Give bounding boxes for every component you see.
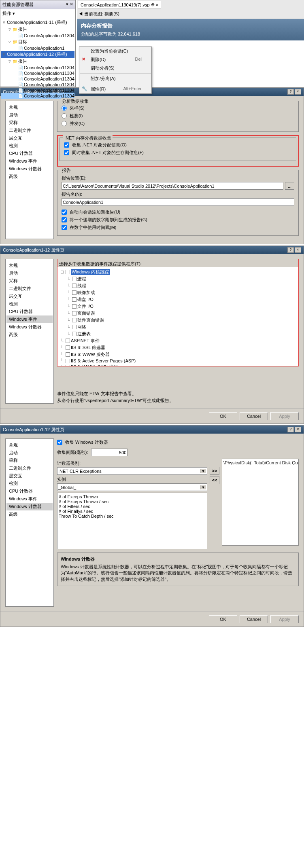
tree-item[interactable]: ▿目标	[1, 38, 74, 45]
menu-item[interactable]: 启动分析(S)	[79, 64, 151, 72]
event-tree-item[interactable]: └IIS 6: SSL 筛选器	[59, 344, 297, 351]
event-tree-item[interactable]: └磁盘 I/O	[59, 296, 297, 303]
tree-item[interactable]: ConsoleApplication113041	[1, 65, 74, 70]
radio-concurrency[interactable]	[62, 121, 67, 126]
context-menu[interactable]: 设置为当前会话(C)✕删除(D)Del启动分析(S)附加/分离(A)🔧属性(R)…	[79, 47, 152, 94]
ops-menu[interactable]: 操作 ▾	[0, 9, 75, 18]
document-tab[interactable]: ConsoleApplication1130419(7).vsp ⊕ ×	[78, 1, 161, 8]
event-tree-item[interactable]: └IIS 6: WWW ISAPI 扩展	[59, 364, 297, 366]
list-item[interactable]: \PhysicalDisk(_Total)\Current Disk Queue…	[223, 460, 297, 465]
help-button[interactable]: ?	[287, 89, 294, 95]
report-name-input[interactable]	[62, 198, 294, 206]
list-item[interactable]: # of Finallys / sec	[59, 509, 206, 514]
nav-item[interactable]: 启动	[6, 111, 53, 119]
nav-item[interactable]: 高级	[6, 173, 53, 180]
event-tree-item[interactable]: └注册表	[59, 330, 297, 337]
menu-item[interactable]: 🔧属性(R)Alt+Enter	[79, 85, 151, 93]
nav-item[interactable]: 层交互	[6, 292, 53, 300]
pin-icon[interactable]: ▾ ✕	[66, 2, 73, 8]
view-selector[interactable]: ◀ 当前视图: 摘要(S)	[77, 9, 304, 19]
selected-counters-list[interactable]: \PhysicalDisk(_Total)\Current Disk Queue…	[222, 459, 299, 546]
tree-item[interactable]: ▿ConsoleApplication1-11 (采样)	[1, 19, 74, 26]
remove-counter-button[interactable]: <<	[210, 476, 219, 484]
event-tree-item[interactable]: └网络	[59, 324, 297, 330]
nav-list[interactable]: 常规启动采样二进制文件层交互检测CPU 计数器Windows 事件Windows…	[5, 259, 54, 404]
add-counter-button[interactable]: >>	[210, 467, 219, 475]
list-item[interactable]: # of Filters / sec	[59, 504, 206, 509]
check-timestamp[interactable]	[62, 225, 67, 230]
nav-item[interactable]: 二进制文件	[6, 285, 53, 292]
instance-combo[interactable]: _Global_▼	[57, 483, 207, 491]
event-tree-item[interactable]: └线程	[59, 282, 297, 289]
check-increment[interactable]	[62, 217, 67, 222]
check-collect-counters[interactable]	[57, 440, 62, 445]
nav-item[interactable]: 常规	[6, 262, 53, 269]
nav-item[interactable]: 启动	[6, 449, 53, 457]
event-tree[interactable]: ⊟Windows 内核跟踪└进程└线程└映像加载└磁盘 I/O└文件 I/O└页…	[57, 267, 298, 366]
event-tree-item[interactable]: └文件 I/O	[59, 303, 297, 310]
event-tree-item[interactable]: └IIS 6: WWW 服务器	[59, 351, 297, 358]
nav-item[interactable]: CPU 计数器	[6, 150, 53, 157]
menu-item[interactable]: ✕删除(D)Del	[79, 55, 151, 64]
tree-item[interactable]: ConsoleApplication113041	[1, 87, 74, 93]
list-item[interactable]: # of Exceps Thrown / sec	[59, 499, 206, 504]
nav-item[interactable]: Windows 事件	[6, 495, 53, 503]
tree-item[interactable]: ConsoleApplication1	[1, 45, 74, 51]
menu-item[interactable]: 附加/分离(A)	[79, 74, 151, 83]
explorer-tree[interactable]: ▿ConsoleApplication1-11 (采样)▿报告ConsoleAp…	[0, 18, 75, 100]
event-tree-item[interactable]: └ASP.NET 事件	[59, 337, 297, 344]
tree-item[interactable]: ▿报告	[1, 26, 74, 33]
nav-list[interactable]: 常规启动采样二进制文件层交互检测CPU 计数器Windows 事件Windows…	[5, 101, 54, 239]
nav-item[interactable]: 层交互	[6, 472, 53, 480]
nav-item[interactable]: 常规	[6, 441, 53, 449]
nav-item[interactable]: 检测	[6, 300, 53, 308]
ok-button[interactable]: OK	[209, 412, 237, 420]
cancel-button[interactable]: Cancel	[240, 615, 268, 623]
list-item[interactable]: Throw To Catch Depth / sec	[59, 514, 206, 519]
category-combo[interactable]: .NET CLR Exceptions▼	[57, 467, 207, 475]
nav-item[interactable]: Windows 计数器	[6, 323, 53, 331]
event-tree-item[interactable]: └IIS 6: Active Server Pages (ASP)	[59, 358, 297, 364]
nav-item[interactable]: 检测	[6, 142, 53, 150]
close-button[interactable]: ×	[295, 89, 301, 95]
apply-button[interactable]: Apply	[270, 412, 299, 420]
check-auto-add[interactable]	[62, 210, 67, 215]
help-button[interactable]: ?	[287, 427, 294, 432]
report-location-input[interactable]	[62, 182, 283, 190]
counters-list[interactable]: # of Exceps Thrown# of Exceps Thrown / s…	[57, 493, 207, 549]
event-tree-item[interactable]: └页面错误	[59, 310, 297, 317]
radio-instrument[interactable]	[62, 113, 67, 119]
tree-item[interactable]: ▿报告	[1, 58, 74, 65]
tree-item[interactable]: ConsoleApplication113041	[1, 76, 74, 82]
nav-item[interactable]: CPU 计数器	[6, 487, 53, 495]
apply-button[interactable]: Apply	[270, 615, 299, 623]
tree-item[interactable]: ConsoleApplication113041	[1, 70, 74, 76]
tree-item[interactable]: ConsoleApplication1130419.vsp	[1, 33, 74, 38]
nav-item[interactable]: 二进制文件	[6, 127, 53, 134]
nav-item[interactable]: Windows 计数器	[6, 503, 53, 510]
nav-item[interactable]: 高级	[6, 510, 53, 518]
nav-item[interactable]: 采样	[6, 457, 53, 464]
nav-item[interactable]: Windows 事件	[6, 157, 53, 165]
nav-item[interactable]: Windows 计数器	[6, 165, 53, 173]
tree-item[interactable]: ConsoleApplication1130419(7).vs	[1, 93, 74, 99]
event-tree-item[interactable]: └映像加载	[59, 289, 297, 296]
nav-item[interactable]: 检测	[6, 480, 53, 487]
help-button[interactable]: ?	[287, 247, 294, 253]
check-alloc[interactable]	[64, 142, 69, 148]
nav-item[interactable]: 常规	[6, 104, 53, 111]
nav-item[interactable]: 二进制文件	[6, 464, 53, 472]
nav-item[interactable]: 启动	[6, 269, 53, 277]
nav-item[interactable]: 高级	[6, 331, 53, 339]
menu-item[interactable]: 设置为当前会话(C)	[79, 47, 151, 55]
event-tree-item[interactable]: └进程	[59, 275, 297, 282]
tree-item[interactable]: ▿ConsoleApplication1-12 (采样)	[1, 51, 74, 58]
nav-item[interactable]: 层交互	[6, 134, 53, 142]
check-lifetime[interactable]	[64, 150, 69, 155]
tree-item[interactable]: ConsoleApplication113041	[1, 82, 74, 87]
nav-item[interactable]: CPU 计数器	[6, 308, 53, 315]
tab-pin-icon[interactable]: ⊕	[151, 2, 155, 7]
ok-button[interactable]: OK	[209, 615, 237, 623]
nav-item[interactable]: 采样	[6, 277, 53, 285]
tab-close-icon[interactable]: ×	[156, 2, 158, 7]
